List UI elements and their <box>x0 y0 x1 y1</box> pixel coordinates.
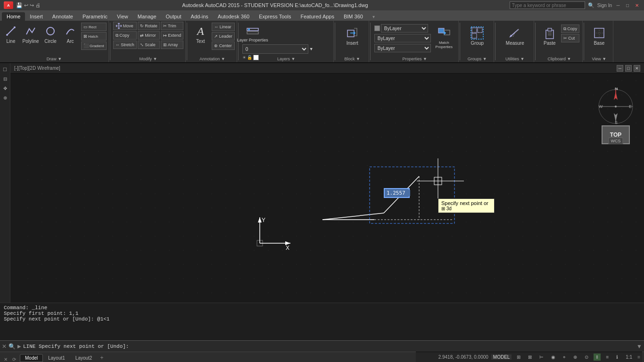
canvas-area[interactable]: Y X Specify next point or ⊞ 3d <box>21 74 644 303</box>
customize-btn[interactable]: ≡ <box>637 354 640 360</box>
polar-btn[interactable]: ◉ <box>549 354 558 361</box>
layer-dropdown-arrow[interactable]: ▼ <box>309 47 314 51</box>
vp-max-btn[interactable]: □ <box>625 65 632 72</box>
circle-icon <box>43 24 58 39</box>
wcs-label[interactable]: WCS <box>609 138 623 144</box>
left-tool-view[interactable]: ⊟ <box>1 74 9 83</box>
cursor-input-field[interactable] <box>387 190 410 196</box>
command-area: Command: _line Specify first point: 1,1 … <box>0 303 644 340</box>
command-input-field[interactable] <box>23 344 635 349</box>
layout-refresh-icon[interactable]: ⟳ <box>10 357 18 362</box>
left-tool-pan[interactable]: ✥ <box>1 84 9 92</box>
keyword-search-input[interactable] <box>510 1 585 9</box>
tab-manage[interactable]: Manage <box>133 12 161 21</box>
command-close-icon[interactable]: ✕ <box>2 343 7 350</box>
redo-icon[interactable]: ↪ <box>30 2 34 8</box>
center-tool[interactable]: ⊕ Center <box>212 41 235 50</box>
tab-layout2[interactable]: Layout2 <box>70 354 98 362</box>
group-label: Group <box>471 41 484 46</box>
color-select[interactable]: ByLayer <box>381 24 428 33</box>
rectangle-tool[interactable]: ▭ Rect <box>81 23 107 31</box>
undo-icon[interactable]: ↩ <box>24 2 28 8</box>
polyline-icon <box>23 24 38 39</box>
tab-parametric[interactable]: Parametric <box>78 12 112 21</box>
hatch-tool[interactable]: ⊠ Hatch <box>81 32 107 41</box>
vp-close-btn[interactable]: ✕ <box>634 65 640 72</box>
viewport-main: ☐ ⊟ ✥ ⊕ [-][Top][2D Wireframe] ─ □ ✕ <box>0 63 644 303</box>
command-search-icon[interactable]: 🔍 <box>8 343 16 350</box>
group-tool[interactable]: Group <box>464 24 491 48</box>
circle-tool[interactable]: Circle <box>41 22 59 46</box>
signin-label[interactable]: Sign In <box>597 3 612 8</box>
trim-tool[interactable]: ✂ Trim <box>161 22 184 30</box>
tab-add[interactable]: + <box>97 354 106 362</box>
line-tool[interactable]: Line <box>2 22 20 46</box>
copy-clipboard-tool[interactable]: ⧉ Copy <box>561 25 580 33</box>
left-tool-zoom[interactable]: ⊕ <box>1 93 9 102</box>
paste-tool[interactable]: Paste <box>539 24 560 48</box>
tab-insert[interactable]: Insert <box>25 12 48 21</box>
snap-btn[interactable]: ⊠ <box>526 354 534 361</box>
dynin-btn[interactable]: Ⅱ <box>594 354 601 361</box>
mirror-tool[interactable]: ⇄ Mirror <box>138 31 160 40</box>
viewport-label[interactable]: [-][Top][2D Wireframe] <box>14 66 60 71</box>
arc-tool[interactable]: Arc <box>61 22 79 46</box>
grid-btn[interactable]: ⊞ <box>514 354 523 361</box>
otrack-btn[interactable]: ⊕ <box>571 354 579 361</box>
text-tool[interactable]: A Text <box>190 22 211 46</box>
tab-bim360[interactable]: BIM 360 <box>339 12 368 21</box>
autocad-logo-icon[interactable]: A <box>4 1 13 9</box>
search-icon[interactable]: 🔍 <box>588 2 594 8</box>
cut-tool[interactable]: ✂ Cut <box>561 34 580 42</box>
base-tool[interactable]: Base <box>588 24 610 48</box>
minimize-btn[interactable]: ─ <box>615 2 621 8</box>
move-tool[interactable]: Move <box>113 22 137 30</box>
match-properties-tool[interactable]: Match Properties <box>433 24 455 51</box>
scale-btn[interactable]: 1:1 <box>623 354 635 361</box>
leader-tool[interactable]: ↗ Leader <box>212 32 235 41</box>
tab-layout1[interactable]: Layout1 <box>43 354 70 362</box>
linear-dim-tool[interactable]: ↔ Linear <box>212 23 235 31</box>
tab-autodesk360[interactable]: Autodesk 360 <box>213 12 254 21</box>
insert-tool[interactable]: Insert <box>339 24 366 48</box>
cursor-input-box[interactable] <box>384 188 410 198</box>
polyline-tool[interactable]: Polyline <box>22 22 40 46</box>
compass-rose[interactable]: N S E W <box>597 88 635 125</box>
tab-output[interactable]: Output <box>161 12 186 21</box>
save-icon[interactable]: 💾 <box>16 2 23 8</box>
close-btn[interactable]: ✕ <box>634 2 640 8</box>
tab-expresstools[interactable]: Express Tools <box>254 12 296 21</box>
layout-close-icon[interactable]: ✕ <box>2 357 9 362</box>
linetype-select[interactable]: ByLayer <box>374 34 431 42</box>
lw-btn[interactable]: ≡ <box>603 354 611 361</box>
ortho-btn[interactable]: ⊢ <box>537 354 546 361</box>
vp-restore-btn[interactable]: ─ <box>617 65 623 72</box>
layer-select[interactable]: 0 <box>242 44 308 54</box>
gradient-tool[interactable]: ⬛ Gradient <box>81 41 107 50</box>
print-icon[interactable]: 🖨 <box>35 2 41 8</box>
tab-featuredapps[interactable]: Featured Apps <box>296 12 339 21</box>
measure-tool[interactable]: Measure <box>499 24 531 48</box>
restore-btn[interactable]: □ <box>624 2 631 8</box>
stretch-tool[interactable]: ↔ Stretch <box>113 41 137 49</box>
ducs-btn[interactable]: ⊙ <box>582 354 591 361</box>
command-expand-icon[interactable]: ▼ <box>636 343 642 350</box>
tab-model[interactable]: Model <box>20 354 43 362</box>
tab-view[interactable]: View <box>112 12 133 21</box>
tab-extra[interactable]: ▾ <box>368 13 380 21</box>
left-tool-model[interactable]: ☐ <box>1 65 9 74</box>
tab-addins[interactable]: Add-ins <box>186 12 213 21</box>
qp-btn[interactable]: ℹ <box>614 354 620 361</box>
copy-tool[interactable]: ⧉ Copy <box>113 31 137 40</box>
osnap-btn[interactable]: ⌖ <box>561 354 568 361</box>
groups-group: Group Groups ▼ <box>461 21 494 62</box>
tab-annotate[interactable]: Annotate <box>48 12 78 21</box>
extend-tool[interactable]: ↦ Extend <box>161 31 184 40</box>
model-label[interactable]: MODEL <box>491 354 512 360</box>
layer-properties-tool[interactable]: Layer Properties <box>242 24 263 43</box>
array-tool[interactable]: ⊞ Array <box>161 41 184 49</box>
rotate-tool[interactable]: ↻ Rotate <box>138 22 160 30</box>
scale-tool[interactable]: ⤡ Scale <box>138 41 160 49</box>
lineweight-select[interactable]: ByLayer <box>374 44 431 52</box>
tab-home[interactable]: Home <box>2 12 25 21</box>
